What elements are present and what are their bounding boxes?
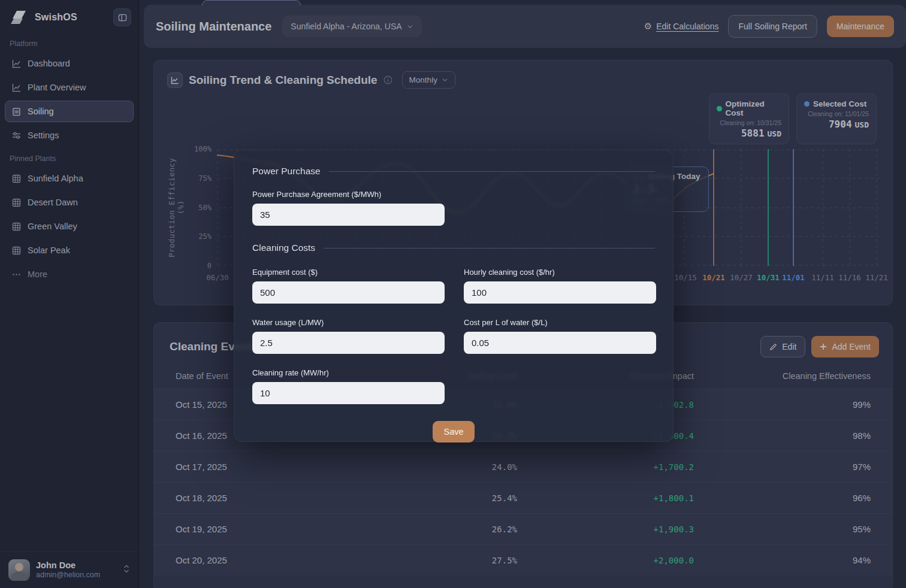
hourly-cost-label: Hourly cleaning cost ($/hr) (464, 268, 656, 277)
water-usage-input[interactable] (252, 332, 445, 354)
cleaning-rate-label: Cleaning rate (MW/hr) (252, 368, 445, 377)
equipment-cost-input[interactable] (252, 281, 445, 304)
water-usage-label: Water usage (L/MW) (252, 318, 445, 327)
equipment-cost-label: Equipment cost ($) (252, 268, 445, 277)
cleaning-rate-input[interactable] (252, 382, 445, 404)
power-purchase-modal: Power Purchase Power Purchase Agreement … (234, 150, 674, 442)
section-divider (329, 171, 655, 172)
ppa-input[interactable] (252, 204, 445, 226)
top-tab-artifact (202, 0, 301, 5)
water-cost-input[interactable] (464, 332, 656, 354)
water-cost-label: Cost per L of water ($/L) (464, 318, 656, 327)
section-divider (324, 248, 655, 248)
save-button[interactable]: Save (433, 421, 474, 442)
ppa-label: Power Purchase Agreement ($/MWh) (252, 190, 655, 199)
modal-section-title: Power Purchase (252, 166, 321, 177)
modal-section-title: Cleaning Costs (252, 243, 315, 253)
hourly-cost-input[interactable] (464, 281, 656, 304)
